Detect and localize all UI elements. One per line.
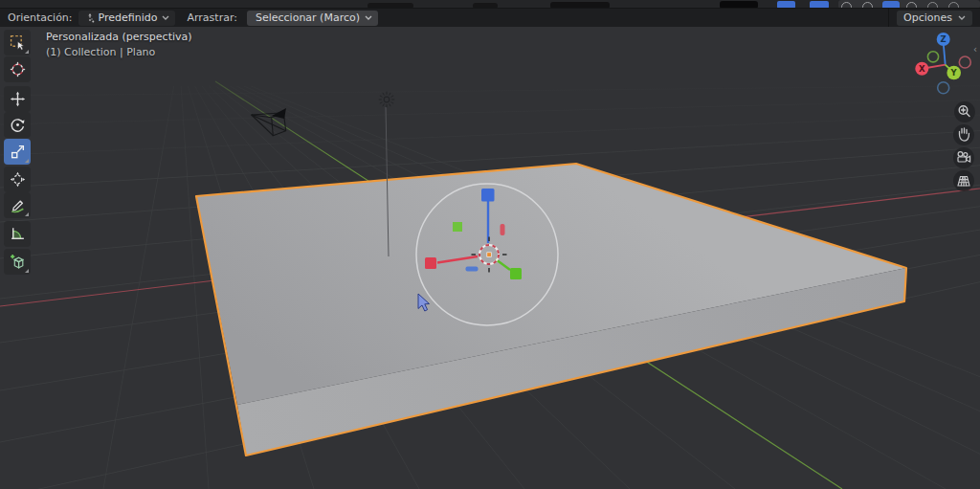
pan-button[interactable] [953, 124, 974, 145]
shading-active-icon[interactable] [882, 1, 900, 8]
add-cube-icon [10, 254, 26, 270]
orientation-label: Orientación: [8, 11, 73, 24]
nav-axis-minus-x[interactable] [959, 56, 970, 68]
transform-icon [10, 171, 26, 188]
tool-transform-button[interactable] [4, 167, 31, 192]
transform-orientation-icon [84, 12, 96, 24]
tool-cursor-button[interactable] [4, 56, 31, 82]
rotate-icon [10, 117, 26, 133]
tool-annotate-button[interactable] [4, 192, 31, 218]
gizmo-x-handle[interactable] [425, 257, 436, 269]
gizmo-plane-handle-z[interactable] [466, 267, 479, 272]
tool-measure-button[interactable] [4, 221, 31, 247]
header-divider [888, 9, 889, 28]
tool-scale-button[interactable] [4, 139, 31, 165]
move-icon [10, 91, 26, 107]
options-dropdown[interactable]: Opciones [897, 11, 972, 26]
tool-settings-header: Orientación: Predefinido Arrastrar: Sele… [0, 8, 980, 27]
gizmo-y-handle[interactable] [510, 268, 522, 279]
tool-move-button[interactable] [4, 86, 31, 112]
drag-value: Seleccionar (Marco) [256, 11, 360, 24]
chevron-down-icon [162, 15, 169, 20]
application-topbar-cutoff [0, 0, 980, 8]
zoom-button[interactable] [954, 101, 975, 122]
gizmo-plane-handle-x[interactable] [501, 224, 505, 235]
blender-window: { "tool_header": { "orientation_label": … [0, 0, 980, 489]
orientation-dropdown[interactable]: Predefinido [78, 11, 176, 26]
drag-label: Arrastrar: [187, 11, 236, 24]
cursor-3d-icon [10, 61, 26, 78]
select-box-icon [10, 34, 26, 51]
tool-add-cube-button[interactable] [4, 249, 31, 275]
search-widget-cutoff [720, 1, 758, 8]
nav-x-label: X [919, 64, 925, 74]
orientation-value: Predefinido [99, 11, 158, 24]
viewport-3d[interactable]: Z X Y ‹ [0, 27, 980, 489]
tool-select-box-button[interactable] [4, 30, 31, 56]
measure-icon [10, 226, 26, 242]
nav-y-label: Y [950, 68, 958, 78]
options-label: Opciones [903, 11, 952, 24]
camera-view-button[interactable] [953, 147, 974, 168]
region-collapse-arrow[interactable]: ‹ [973, 44, 977, 55]
gizmo-z-handle[interactable] [481, 189, 495, 202]
toggle-on-icon[interactable] [810, 1, 829, 8]
tool-rotate-button[interactable] [4, 112, 31, 138]
nav-z-label: Z [941, 34, 947, 44]
annotate-icon [10, 197, 26, 213]
toggle-on-icon[interactable] [777, 1, 795, 8]
horizon-fade [0, 46, 980, 170]
chevron-down-icon [958, 15, 966, 20]
gizmo-plane-handle-xy[interactable] [453, 222, 462, 232]
drag-dropdown[interactable]: Seleccionar (Marco) [247, 11, 378, 26]
scale-icon [10, 144, 26, 160]
chevron-down-icon [365, 15, 372, 20]
nav-axis-minus-y[interactable] [927, 52, 938, 62]
nav-axis-minus-z[interactable] [938, 82, 949, 94]
toggle-projection-button[interactable] [953, 170, 974, 191]
